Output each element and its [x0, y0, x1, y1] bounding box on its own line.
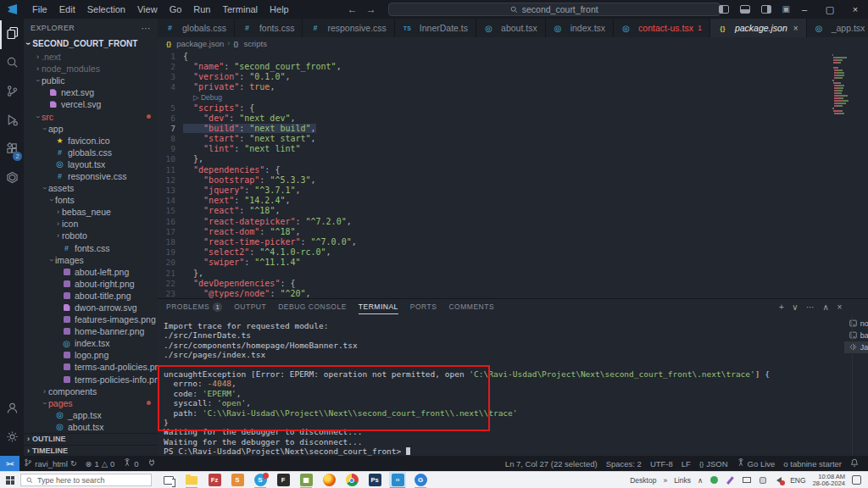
taskbar-app-figma[interactable]: F: [275, 472, 292, 488]
code-editor[interactable]: 1{2 "name": "second_court_front",3 "vers…: [158, 49, 868, 298]
code-line[interactable]: 2 "name": "second_court_front",: [158, 61, 868, 71]
tree-item-.next[interactable]: ›.next: [24, 51, 158, 63]
tree-item-fonts.css[interactable]: #fonts.css: [24, 242, 158, 254]
tree-item-images[interactable]: ›images: [24, 254, 158, 266]
code-line[interactable]: 7 "build": "next build",: [158, 123, 868, 133]
tab-_app.tsx[interactable]: ◎_app.tsx: [807, 19, 868, 37]
code-line[interactable]: 13 "jquery": "^3.7.1",: [158, 185, 868, 195]
code-line[interactable]: 14 "next": "14.2.4",: [158, 196, 868, 206]
tree-item-terms-and-policies.png[interactable]: terms-and-policies.png: [24, 361, 158, 373]
statusbar-eol[interactable]: LF: [677, 456, 695, 471]
code-line[interactable]: 18 "react-time-picker": "^7.0.0",: [158, 236, 868, 247]
taskbar-search[interactable]: Type here to search: [20, 474, 152, 486]
code-line[interactable]: 10 },: [158, 154, 868, 164]
pen-tray-icon[interactable]: [726, 475, 735, 485]
tree-item-logo.png[interactable]: logo.png: [24, 349, 158, 361]
tab-responsive.css[interactable]: #responsive.css: [303, 19, 394, 37]
activity-source-control[interactable]: [0, 78, 24, 107]
activity-explorer[interactable]: [0, 20, 24, 49]
codelens-row[interactable]: ▷ Debug: [158, 92, 868, 103]
tree-item-favicon.ico[interactable]: ★favicon.ico: [24, 135, 158, 147]
code-line[interactable]: 4 "private": true,: [158, 82, 868, 92]
code-line[interactable]: 12 "bootstrap": "^5.3.3",: [158, 175, 868, 185]
taskbar-app-firefox[interactable]: [320, 472, 337, 488]
tree-item-about-left.png[interactable]: about-left.png: [24, 266, 158, 278]
code-line[interactable]: 1{: [158, 51, 868, 61]
code-line[interactable]: 15 "react": "^18",: [158, 206, 868, 216]
tree-item-about-right.png[interactable]: about-right.png: [24, 278, 158, 290]
display-tray-icon[interactable]: [742, 475, 751, 485]
menu-go[interactable]: Go: [164, 2, 188, 17]
tree-item-icon[interactable]: ›icon: [24, 218, 158, 230]
code-line[interactable]: 17 "react-dom": "^18",: [158, 226, 868, 236]
tree-item-next.svg[interactable]: next.svg: [24, 86, 158, 98]
tab-globals.css[interactable]: #globals.css: [158, 19, 235, 37]
taskbar-app-chrome[interactable]: [343, 472, 360, 488]
code-line[interactable]: 20 "swiper": "^11.1.4": [158, 258, 868, 268]
breadcrumb-item[interactable]: package.json: [176, 39, 224, 48]
activity-account[interactable]: [0, 395, 24, 424]
tree-item-roboto[interactable]: ›roboto: [24, 230, 158, 241]
tree-root-folder[interactable]: › SECOND_COURT_FRONT: [24, 37, 158, 49]
antivirus-tray-icon[interactable]: [709, 475, 719, 485]
show-hidden-icons-icon[interactable]: ∧: [698, 476, 703, 485]
terminal-dropdown-icon[interactable]: ∨: [792, 302, 798, 312]
taskbar-app-g-app[interactable]: G: [412, 472, 429, 488]
close-button[interactable]: ×: [843, 0, 868, 19]
minimap[interactable]: [832, 54, 865, 115]
code-line[interactable]: 9 "lint": "next lint": [158, 144, 868, 154]
tree-item-about.tsx[interactable]: ◎about.tsx: [24, 421, 158, 433]
taskbar-app-filezilla[interactable]: Fz: [206, 472, 223, 488]
code-line[interactable]: 16 "react-datepicker": "^7.2.0",: [158, 216, 868, 226]
tree-item-assets[interactable]: ›assets: [24, 182, 158, 194]
activity-hexagon-extension[interactable]: [0, 164, 24, 193]
statusbar-language-mode[interactable]: {}JSON: [695, 456, 732, 471]
tree-item-terms-policies-info.png[interactable]: terms-policies-info.png: [24, 374, 158, 385]
tree-item-vercel.svg[interactable]: vercel.svg: [24, 98, 158, 110]
tab-fonts.css[interactable]: #fonts.css: [235, 19, 303, 37]
close-tab-icon[interactable]: ×: [793, 24, 798, 33]
task-view-button[interactable]: [160, 472, 177, 488]
statusbar-problems[interactable]: ⊗1△0: [81, 456, 119, 471]
tree-item-_app.tsx[interactable]: ◎_app.tsx: [24, 409, 158, 421]
tree-item-features-images.png[interactable]: features-images.png: [24, 313, 158, 325]
links-toolbar-label[interactable]: Links: [674, 476, 691, 485]
panel-tab-debug-console[interactable]: DEBUG CONSOLE: [278, 299, 347, 314]
tree-item-globals.css[interactable]: #globals.css: [24, 147, 158, 158]
maximize-panel-icon[interactable]: ∧: [823, 302, 830, 312]
tree-item-responsive.css[interactable]: #responsive.css: [24, 170, 158, 182]
statusbar-remote-indicator[interactable]: ><: [0, 456, 19, 471]
language-indicator[interactable]: ENG: [790, 476, 805, 485]
code-line[interactable]: 6 "dev": "next dev",: [158, 113, 868, 123]
action-center-icon[interactable]: [852, 475, 861, 485]
code-line[interactable]: 22 "devDependencies": {: [158, 278, 868, 288]
volume-tray-icon[interactable]: [774, 475, 783, 485]
section-outline[interactable]: ›OUTLINE: [24, 433, 158, 445]
tree-item-home-banner.png[interactable]: home-banner.png: [24, 325, 158, 337]
code-line[interactable]: 3 "version": "0.1.0",: [158, 71, 868, 81]
tab-about.tsx[interactable]: ◎about.tsx: [476, 19, 546, 37]
statusbar-debug-forward[interactable]: [143, 456, 160, 471]
command-center-search[interactable]: second_court_front: [388, 3, 721, 16]
activity-extensions[interactable]: 2: [0, 136, 24, 164]
taskbar-app-image-editor[interactable]: ▦: [298, 472, 314, 488]
code-line[interactable]: 19 "select2": "^4.1.0-rc.0",: [158, 247, 868, 258]
statusbar-go-live[interactable]: Go Live: [732, 456, 780, 471]
section-timeline[interactable]: ›TIMELINE: [24, 445, 158, 457]
panel-tab-ports[interactable]: PORTS: [410, 299, 437, 314]
statusbar-notifications[interactable]: [846, 456, 863, 471]
tree-item-app[interactable]: ›app: [24, 123, 158, 135]
code-line[interactable]: 8 "start": "next start",: [158, 134, 868, 144]
taskbar-app-skype[interactable]: S: [252, 472, 269, 488]
more-actions-icon[interactable]: ⋯: [142, 23, 151, 34]
menu-edit[interactable]: Edit: [53, 2, 81, 17]
menu-file[interactable]: File: [26, 2, 53, 17]
restore-button[interactable]: ▢: [817, 0, 843, 19]
menu-view[interactable]: View: [131, 2, 164, 17]
tab-package.json[interactable]: {}package.json×: [710, 19, 807, 37]
taskbar-app-photoshop[interactable]: Ps: [366, 472, 383, 488]
taskbar-clock[interactable]: 10:08 AM28-06-2024: [813, 474, 845, 487]
panel-scrollbar[interactable]: [852, 314, 853, 456]
back-arrow-icon[interactable]: ←: [348, 3, 358, 15]
new-terminal-icon[interactable]: +: [779, 302, 784, 312]
